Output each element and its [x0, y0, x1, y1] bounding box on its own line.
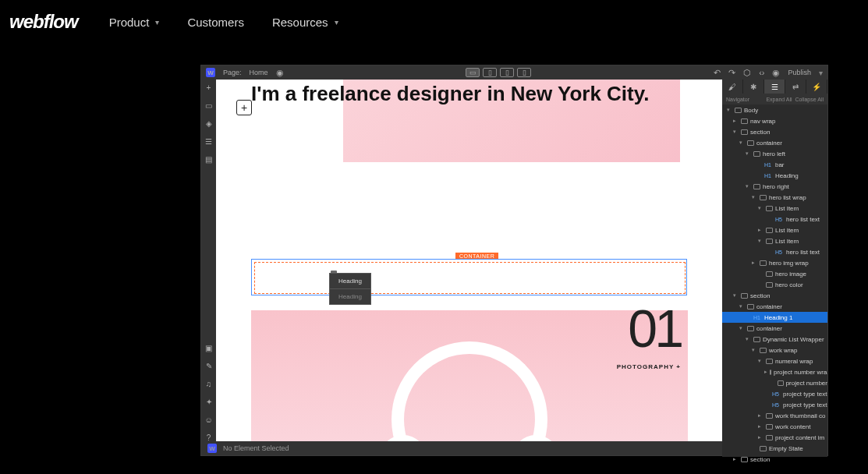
tab-effects[interactable]: ⚡ [806, 80, 827, 94]
nav-resources[interactable]: Resources▾ [272, 16, 338, 29]
tree-arrow-icon[interactable]: ▸ [764, 369, 767, 375]
cms-icon[interactable]: ☰ [204, 136, 214, 147]
tree-arrow-icon[interactable]: ▾ [746, 336, 751, 342]
tree-row[interactable]: Empty State [722, 443, 827, 454]
w-status-icon[interactable]: W [207, 444, 217, 453]
tree-row[interactable]: ▾section [722, 126, 827, 137]
tree-arrow-icon[interactable]: ▸ [758, 412, 763, 419]
tree-row[interactable]: ▾List Item [722, 203, 827, 214]
tree-row[interactable]: project number [722, 377, 827, 388]
tree-arrow-icon[interactable]: ▾ [739, 140, 745, 146]
tab-settings[interactable]: ✱ [743, 80, 764, 94]
code-icon[interactable]: ‹› [759, 68, 764, 77]
device-tablet-portrait[interactable]: ▯ [500, 68, 514, 77]
element-popup[interactable]: Heading Heading [329, 273, 371, 305]
tree-row[interactable]: H5project type text [722, 388, 827, 399]
tree-arrow-icon[interactable]: ▸ [733, 118, 739, 124]
tree-arrow-icon[interactable]: ▾ [758, 205, 763, 211]
tree-row[interactable]: ▾container [722, 137, 827, 148]
tree-row[interactable]: ▾work wrap [722, 345, 827, 356]
tree-row[interactable]: ▾section [722, 290, 827, 301]
project-category[interactable]: PHOTOGRAPHY + [617, 363, 681, 370]
design-canvas[interactable]: I'm a freelance designer in New York Cit… [216, 80, 724, 443]
tree-arrow-icon[interactable]: ▾ [739, 325, 745, 331]
tree-label: container [756, 325, 782, 332]
user-icon[interactable]: ◉ [772, 68, 780, 78]
tree-row[interactable]: ▸hero img wrap [722, 257, 827, 268]
device-desktop[interactable]: ▭ [466, 68, 480, 77]
tree-row[interactable]: ▾Dynamic List Wrapper [722, 334, 827, 345]
pages-icon[interactable]: ▭ [204, 100, 214, 111]
tree-row[interactable]: ▾container [722, 301, 827, 312]
tree-row[interactable]: ▾numeral wrap [722, 356, 827, 366]
tree-row[interactable]: ▾hero list wrap [722, 192, 827, 203]
tree-row[interactable]: H5hero list text [722, 214, 827, 225]
users-icon[interactable]: ☺ [204, 414, 214, 425]
nav-customers[interactable]: Customers [187, 16, 244, 29]
tree-arrow-icon[interactable]: ▸ [758, 227, 763, 233]
tree-arrow-icon[interactable]: ▾ [746, 183, 751, 189]
tree-arrow-icon[interactable]: ▸ [758, 423, 763, 430]
tree-arrow-icon[interactable]: ▾ [733, 292, 739, 299]
tree-label: project number wrap [774, 369, 827, 376]
tree-row[interactable]: ▾container [722, 323, 827, 334]
tree-row[interactable]: ▸work thumbnail co [722, 410, 827, 421]
tree-row[interactable]: H1Heading 1 [722, 312, 827, 323]
tree-row[interactable]: H1Heading [722, 170, 827, 181]
add-element-icon[interactable]: + [204, 82, 214, 93]
photo-thumbnail[interactable] [251, 310, 688, 443]
hero-heading[interactable]: I'm a freelance designer in New York Cit… [251, 81, 649, 107]
tree-row[interactable]: ▸project number wrap [722, 366, 827, 377]
edit-icon[interactable]: ✎ [204, 360, 214, 371]
tree-row[interactable]: ▸work content [722, 421, 827, 432]
tree-arrow-icon[interactable]: ▸ [733, 456, 739, 462]
tree-row[interactable]: H1bar [722, 159, 827, 170]
tree-arrow-icon[interactable]: ▾ [733, 129, 739, 135]
device-mobile[interactable]: ▯ [517, 68, 531, 77]
tab-style[interactable]: 🖌 [722, 80, 743, 94]
tree-row[interactable]: ▾hero right [722, 181, 827, 192]
tree-arrow-icon[interactable]: ▾ [727, 107, 732, 113]
export-icon[interactable]: ⬡ [743, 68, 751, 78]
tree-row[interactable]: hero color [722, 279, 827, 290]
interactions-icon[interactable]: ✦ [204, 396, 214, 407]
tab-interactions[interactable]: ⇄ [785, 80, 806, 94]
w-logo-icon[interactable]: W [206, 68, 215, 77]
tree-row[interactable]: hero image [722, 268, 827, 279]
undo-icon[interactable]: ↶ [714, 68, 721, 78]
tree-row[interactable]: ▾Body [722, 104, 827, 115]
nav-product[interactable]: Product▾ [109, 16, 160, 29]
symbols-icon[interactable]: ◈ [204, 118, 214, 129]
assets-icon[interactable]: ▤ [204, 154, 214, 164]
selected-container[interactable] [251, 259, 687, 295]
expand-all[interactable]: Expand All [766, 97, 792, 102]
tree-row[interactable]: ▸nav wrap [722, 115, 827, 126]
tree-arrow-icon[interactable]: ▾ [739, 303, 745, 310]
tree-row[interactable]: ▸List Item [722, 225, 827, 235]
publish-button[interactable]: Publish [788, 69, 811, 76]
tab-navigator[interactable]: ☰ [764, 80, 785, 94]
webflow-logo[interactable]: webflow [9, 11, 78, 33]
tree-arrow-icon[interactable]: ▾ [758, 238, 763, 244]
redo-icon[interactable]: ↷ [728, 68, 735, 78]
tree-row[interactable]: ▾List Item [722, 235, 827, 246]
tree-arrow-icon[interactable]: ▾ [752, 347, 757, 353]
collapse-all[interactable]: Collapse All [795, 97, 824, 102]
audit-icon[interactable]: ♫ [204, 378, 214, 389]
tree-arrow-icon[interactable]: ▾ [752, 194, 757, 200]
tree-arrow-icon[interactable]: ▸ [752, 260, 757, 266]
tree-arrow-icon[interactable]: ▾ [758, 358, 763, 364]
device-tablet[interactable]: ▯ [483, 68, 497, 77]
tree-row[interactable]: ▸section [722, 454, 827, 465]
tree-arrow-icon[interactable]: ▾ [746, 150, 751, 157]
selection-status: No Element Selected [223, 444, 289, 452]
tree-row[interactable]: H5hero list text [722, 246, 827, 257]
preview-icon[interactable]: ◉ [276, 68, 284, 78]
tree-row[interactable]: ▸project content im [722, 432, 827, 443]
page-name[interactable]: Home [250, 69, 268, 76]
add-section-button[interactable]: + [236, 100, 252, 115]
tree-arrow-icon[interactable]: ▸ [758, 434, 763, 440]
viewport-icon[interactable]: ▣ [204, 342, 214, 353]
tree-row[interactable]: ▾hero left [722, 148, 827, 159]
tree-row[interactable]: H5project type text [722, 399, 827, 410]
